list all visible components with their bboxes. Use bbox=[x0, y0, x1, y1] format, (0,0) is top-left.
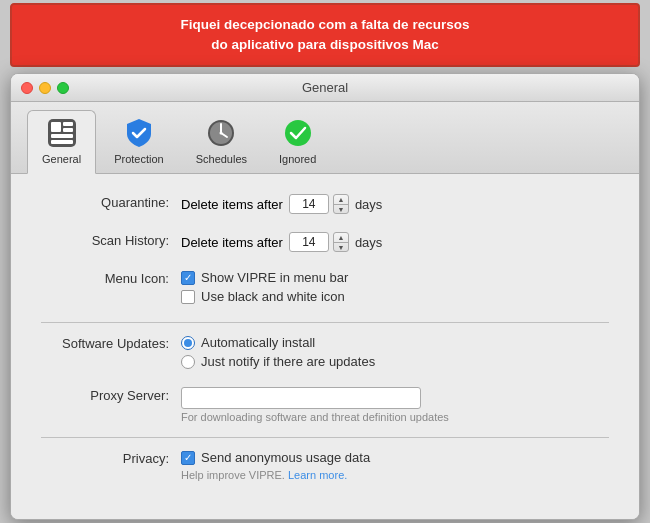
menu-icon-option1-row: ✓ Show VIPRE in menu bar bbox=[181, 270, 609, 285]
radio-dot1 bbox=[184, 339, 192, 347]
maximize-button[interactable] bbox=[57, 82, 69, 94]
checkmark1: ✓ bbox=[184, 273, 192, 283]
tab-ignored[interactable]: Ignored bbox=[265, 111, 330, 173]
settings-content: Quarantine: Delete items after ▲ ▼ days bbox=[11, 174, 639, 519]
software-updates-option2-label: Just notify if there are updates bbox=[201, 354, 375, 369]
divider2 bbox=[41, 437, 609, 438]
quarantine-prefix: Delete items after bbox=[181, 197, 283, 212]
scan-history-label: Scan History: bbox=[41, 232, 181, 248]
general-icon bbox=[46, 117, 78, 149]
proxy-server-label: Proxy Server: bbox=[41, 387, 181, 403]
svg-rect-3 bbox=[63, 128, 73, 132]
divider1 bbox=[41, 322, 609, 323]
ignored-icon bbox=[282, 117, 314, 149]
privacy-helper: Help improve VIPRE. Learn more. bbox=[181, 469, 609, 481]
scan-history-stepper: ▲ ▼ bbox=[289, 232, 349, 252]
close-button[interactable] bbox=[21, 82, 33, 94]
privacy-content: ✓ Send anonymous usage data Help improve… bbox=[181, 450, 609, 481]
tab-protection[interactable]: Protection bbox=[100, 111, 178, 173]
quarantine-up[interactable]: ▲ bbox=[334, 195, 348, 205]
software-updates-option1-label: Automatically install bbox=[201, 335, 315, 350]
proxy-server-input[interactable] bbox=[181, 387, 421, 409]
tab-schedules-label: Schedules bbox=[196, 153, 247, 165]
scan-history-row: Scan History: Delete items after ▲ ▼ day… bbox=[41, 232, 609, 256]
software-updates-option1-row: Automatically install bbox=[181, 335, 609, 350]
privacy-label: Privacy: bbox=[41, 450, 181, 466]
svg-rect-4 bbox=[51, 134, 73, 138]
svg-rect-5 bbox=[51, 140, 73, 144]
toolbar: General Protection bbox=[11, 102, 639, 174]
banner-text: Fiquei decepcionado com a falta de recur… bbox=[181, 17, 470, 52]
quarantine-arrows: ▲ ▼ bbox=[333, 194, 349, 214]
quarantine-down[interactable]: ▼ bbox=[334, 205, 348, 214]
privacy-option1-row: ✓ Send anonymous usage data bbox=[181, 450, 609, 465]
software-updates-content: Automatically install Just notify if the… bbox=[181, 335, 609, 373]
software-updates-option2-row: Just notify if there are updates bbox=[181, 354, 609, 369]
svg-rect-1 bbox=[51, 122, 61, 132]
scan-history-suffix: days bbox=[355, 235, 382, 250]
privacy-checkmark: ✓ bbox=[184, 453, 192, 463]
privacy-option1-label: Send anonymous usage data bbox=[201, 450, 370, 465]
quarantine-suffix: days bbox=[355, 197, 382, 212]
window-title: General bbox=[302, 80, 348, 95]
scan-history-up[interactable]: ▲ bbox=[334, 233, 348, 243]
tab-ignored-label: Ignored bbox=[279, 153, 316, 165]
protection-icon bbox=[123, 117, 155, 149]
software-updates-label: Software Updates: bbox=[41, 335, 181, 351]
privacy-row: Privacy: ✓ Send anonymous usage data Hel… bbox=[41, 450, 609, 481]
software-updates-radio1[interactable] bbox=[181, 336, 195, 350]
tab-general[interactable]: General bbox=[27, 110, 96, 174]
tab-schedules[interactable]: Schedules bbox=[182, 111, 261, 173]
quarantine-label: Quarantine: bbox=[41, 194, 181, 210]
tab-protection-label: Protection bbox=[114, 153, 164, 165]
proxy-helper: For downloading software and threat defi… bbox=[181, 411, 609, 423]
menu-icon-option1-label: Show VIPRE in menu bar bbox=[201, 270, 348, 285]
menu-icon-checkbox2[interactable] bbox=[181, 290, 195, 304]
menu-icon-label: Menu Icon: bbox=[41, 270, 181, 286]
scan-history-arrows: ▲ ▼ bbox=[333, 232, 349, 252]
privacy-checkbox1[interactable]: ✓ bbox=[181, 451, 195, 465]
settings-window: General General bbox=[10, 73, 640, 520]
svg-point-10 bbox=[220, 132, 223, 135]
scan-history-prefix: Delete items after bbox=[181, 235, 283, 250]
menu-icon-option2-row: Use black and white icon bbox=[181, 289, 609, 304]
titlebar: General bbox=[11, 74, 639, 102]
minimize-button[interactable] bbox=[39, 82, 51, 94]
privacy-helper-text: Help improve VIPRE. bbox=[181, 469, 285, 481]
quarantine-stepper: ▲ ▼ bbox=[289, 194, 349, 214]
scan-history-content: Delete items after ▲ ▼ days bbox=[181, 232, 609, 256]
learn-more-link[interactable]: Learn more. bbox=[288, 469, 347, 481]
quarantine-input[interactable] bbox=[289, 194, 329, 214]
proxy-server-row: Proxy Server: For downloading software a… bbox=[41, 387, 609, 423]
menu-icon-option2-label: Use black and white icon bbox=[201, 289, 345, 304]
menu-icon-content: ✓ Show VIPRE in menu bar Use black and w… bbox=[181, 270, 609, 308]
menu-icon-row: Menu Icon: ✓ Show VIPRE in menu bar Use … bbox=[41, 270, 609, 308]
scan-history-input[interactable] bbox=[289, 232, 329, 252]
tab-general-label: General bbox=[42, 153, 81, 165]
software-updates-radio2[interactable] bbox=[181, 355, 195, 369]
menu-icon-checkbox1[interactable]: ✓ bbox=[181, 271, 195, 285]
traffic-lights bbox=[21, 82, 69, 94]
schedules-icon bbox=[205, 117, 237, 149]
feedback-banner: Fiquei decepcionado com a falta de recur… bbox=[10, 3, 640, 68]
scan-history-down[interactable]: ▼ bbox=[334, 243, 348, 252]
quarantine-row: Quarantine: Delete items after ▲ ▼ days bbox=[41, 194, 609, 218]
software-updates-row: Software Updates: Automatically install … bbox=[41, 335, 609, 373]
quarantine-content: Delete items after ▲ ▼ days bbox=[181, 194, 609, 218]
proxy-server-content: For downloading software and threat defi… bbox=[181, 387, 609, 423]
svg-point-11 bbox=[285, 120, 311, 146]
svg-rect-2 bbox=[63, 122, 73, 126]
